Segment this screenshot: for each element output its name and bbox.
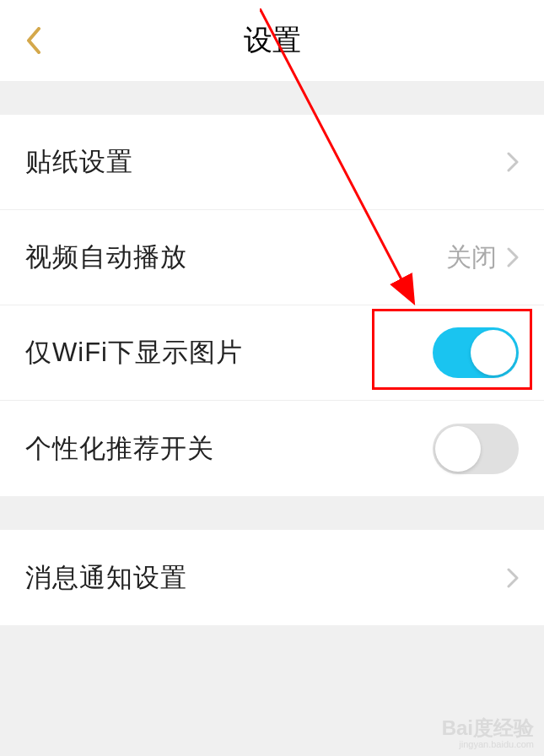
notification-label: 消息通知设置 bbox=[25, 560, 187, 596]
settings-group-2: 消息通知设置 bbox=[0, 530, 544, 625]
sticker-settings-label: 贴纸设置 bbox=[25, 144, 133, 180]
back-button[interactable] bbox=[20, 24, 46, 57]
chevron-right-icon bbox=[507, 152, 519, 172]
sticker-settings-row[interactable]: 贴纸设置 bbox=[0, 115, 544, 210]
header: 设置 bbox=[0, 0, 544, 81]
personalized-row: 个性化推荐开关 bbox=[0, 401, 544, 496]
notification-row[interactable]: 消息通知设置 bbox=[0, 530, 544, 625]
row-right bbox=[433, 327, 519, 378]
row-right bbox=[507, 152, 519, 172]
toggle-knob bbox=[435, 426, 481, 472]
section-gap bbox=[0, 81, 544, 115]
wifi-image-row: 仅WiFi下显示图片 bbox=[0, 305, 544, 401]
autoplay-row[interactable]: 视频自动播放 关闭 bbox=[0, 210, 544, 305]
settings-group-1: 贴纸设置 视频自动播放 关闭 仅WiFi下显示图片 个性化推荐开关 bbox=[0, 115, 544, 496]
watermark-main: Bai度经验 bbox=[442, 717, 534, 739]
autoplay-value: 关闭 bbox=[446, 240, 497, 275]
chevron-left-icon bbox=[25, 27, 40, 54]
toggle-knob bbox=[471, 330, 516, 375]
page-title: 设置 bbox=[244, 21, 301, 60]
row-right bbox=[507, 568, 519, 588]
chevron-right-icon bbox=[507, 247, 519, 267]
wifi-image-label: 仅WiFi下显示图片 bbox=[25, 335, 243, 370]
section-gap bbox=[0, 496, 544, 530]
personalized-label: 个性化推荐开关 bbox=[25, 431, 214, 467]
chevron-right-icon bbox=[507, 568, 519, 588]
wifi-image-toggle[interactable] bbox=[433, 327, 519, 378]
watermark: Bai度经验 jingyan.baidu.com bbox=[442, 717, 534, 749]
autoplay-label: 视频自动播放 bbox=[25, 240, 187, 275]
row-right bbox=[433, 424, 519, 474]
personalized-toggle[interactable] bbox=[433, 424, 519, 474]
row-right: 关闭 bbox=[446, 240, 519, 275]
watermark-sub: jingyan.baidu.com bbox=[442, 739, 534, 749]
